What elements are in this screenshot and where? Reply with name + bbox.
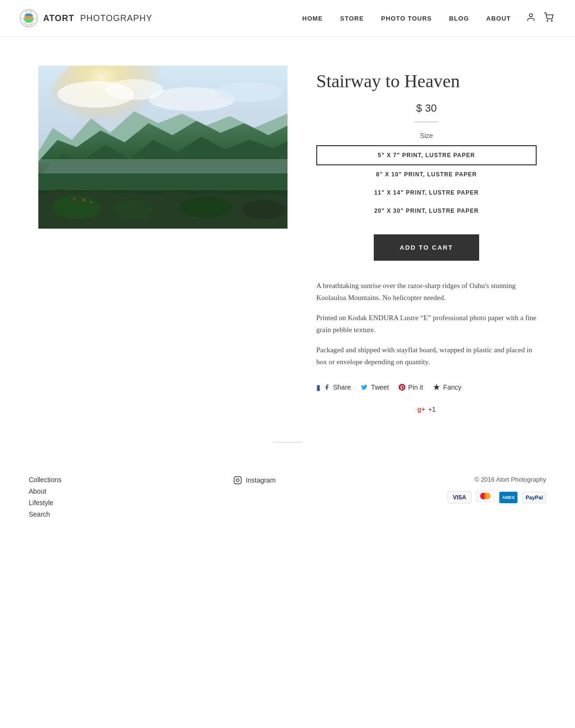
svg-point-16 — [180, 196, 232, 218]
product-image-container — [38, 66, 288, 413]
nav-about[interactable]: ABOUT — [478, 11, 519, 26]
size-options: 5" X 7" PRINT, LUSTRE PAPER 8" X 10" PRI… — [316, 145, 537, 220]
twitter-icon — [360, 384, 368, 391]
logo[interactable]: ATORT PHOTOGRAPHY — [19, 9, 152, 28]
svg-point-14 — [53, 195, 101, 219]
footer-links: Collections About Lifestyle Search — [29, 476, 61, 518]
product-image — [38, 66, 288, 229]
footer-lifestyle-link[interactable]: Lifestyle — [29, 499, 61, 507]
nav-home[interactable]: HOME — [294, 11, 332, 26]
paypal-badge: PayPal — [522, 492, 546, 503]
login-icon — [526, 12, 536, 22]
payment-icons: VISA AMEX PayPal — [448, 490, 546, 505]
share-label: Share — [333, 383, 351, 391]
google-plus-label: +1 — [428, 405, 436, 413]
price-divider — [414, 122, 438, 122]
footer-search-link[interactable]: Search — [29, 510, 61, 518]
nav-store[interactable]: STORE — [332, 11, 373, 26]
tweet-button[interactable]: Tweet — [360, 383, 389, 391]
nav-blog[interactable]: BLOG — [440, 11, 478, 26]
fancy-button[interactable]: Fancy — [433, 383, 461, 391]
social-share: ▮ Share Tweet Pin it Fancy g+ +1 — [316, 383, 537, 413]
visa-badge: VISA — [448, 491, 472, 504]
svg-point-18 — [82, 198, 85, 201]
footer-about-link[interactable]: About — [29, 487, 61, 495]
add-to-cart-button[interactable]: ADD TO CART — [374, 234, 479, 261]
instagram-label: Instagram — [246, 476, 276, 484]
logo-icon — [19, 9, 38, 28]
main-nav: HOME STORE PHOTO TOURS BLOG ABOUT — [294, 11, 556, 26]
copyright-text: © 2016 Atort Photography — [448, 476, 546, 483]
facebook-icon: ▮ — [316, 383, 321, 392]
product-details: Stairway to Heaven $ 30 Size 5" X 7" PRI… — [316, 66, 537, 413]
google-plus-button[interactable]: g+ +1 — [417, 405, 436, 413]
cart-icon — [543, 12, 554, 22]
fancy-icon — [433, 383, 440, 391]
svg-point-20 — [73, 198, 76, 200]
pin-it-button[interactable]: Pin it — [399, 383, 423, 391]
mastercard-icon — [476, 490, 494, 505]
site-footer: Collections About Lifestyle Search Insta… — [0, 462, 575, 537]
svg-point-17 — [242, 200, 285, 219]
size-option-5x7[interactable]: 5" X 7" PRINT, LUSTRE PAPER — [316, 145, 537, 165]
product-description-3: Packaged and shipped with stayflat board… — [316, 344, 537, 369]
svg-point-13 — [216, 82, 283, 102]
footer-instagram[interactable]: Instagram — [233, 476, 276, 485]
product-photo-svg — [38, 66, 288, 229]
pin-it-label: Pin it — [408, 383, 423, 391]
size-option-8x10[interactable]: 8" X 10" PRINT, LUSTRE PAPER — [316, 165, 537, 184]
svg-point-5 — [529, 13, 533, 17]
svg-point-6 — [547, 20, 548, 21]
main-content: Stairway to Heaven $ 30 Size 5" X 7" PRI… — [24, 66, 551, 413]
share-button[interactable]: ▮ Share — [316, 383, 351, 392]
product-description-1: A breathtaking sunrise over the razor-sh… — [316, 280, 537, 304]
size-label: Size — [316, 132, 537, 139]
amex-badge: AMEX — [499, 492, 518, 503]
footer-collections-link[interactable]: Collections — [29, 476, 61, 484]
google-plus-row: g+ +1 — [316, 405, 537, 413]
logo-subtext: PHOTOGRAPHY — [80, 13, 152, 23]
nav-icons — [524, 11, 556, 26]
logo-text: ATORT — [43, 13, 74, 23]
tweet-label: Tweet — [371, 383, 389, 391]
pinterest-icon — [399, 383, 405, 391]
size-option-20x30[interactable]: 20" X 30" PRINT, LUSTRE PAPER — [316, 202, 537, 220]
footer-divider — [273, 442, 302, 442]
footer-right: © 2016 Atort Photography VISA AMEX PayPa… — [448, 476, 546, 505]
fancy-label: Fancy — [443, 383, 461, 391]
cart-button[interactable] — [541, 11, 556, 26]
nav-photo-tours[interactable]: PHOTO TOURS — [372, 11, 440, 26]
svg-rect-21 — [38, 159, 288, 173]
login-button[interactable] — [524, 11, 538, 26]
instagram-icon — [233, 476, 242, 485]
svg-point-15 — [115, 200, 153, 219]
svg-point-7 — [552, 20, 552, 21]
svg-point-19 — [90, 201, 92, 203]
facebook-icon-svg — [323, 384, 330, 391]
product-price: $ 30 — [316, 102, 537, 115]
svg-rect-22 — [234, 476, 242, 484]
site-header: ATORT PHOTOGRAPHY HOME STORE PHOTO TOURS… — [0, 0, 575, 37]
size-option-11x14[interactable]: 11" X 14" PRINT, LUSTRE PAPER — [316, 184, 537, 202]
product-title: Stairway to Heaven — [316, 70, 537, 92]
product-description-2: Printed on Kodak ENDURA Lustre “E” profe… — [316, 312, 537, 336]
google-plus-icon: g+ — [417, 405, 426, 413]
